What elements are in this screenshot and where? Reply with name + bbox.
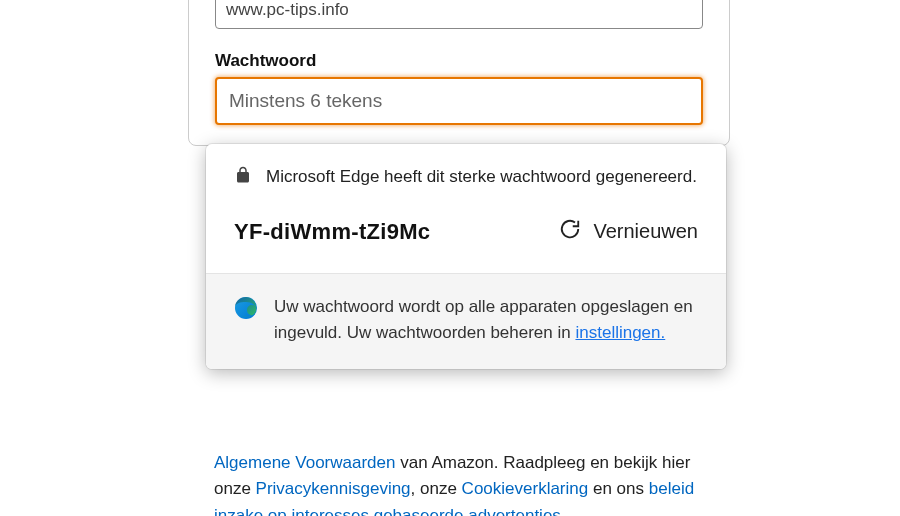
settings-link[interactable]: instellingen. xyxy=(575,323,665,342)
refresh-icon xyxy=(559,218,581,245)
lock-icon xyxy=(234,166,252,188)
signup-form: Wachtwoord xyxy=(188,0,730,146)
popup-password-row: YF-diWmm-tZi9Mc Vernieuwen xyxy=(234,218,698,245)
edge-icon xyxy=(234,294,258,347)
refresh-label: Vernieuwen xyxy=(593,220,698,243)
legal-text-3: en ons xyxy=(588,479,649,498)
refresh-button[interactable]: Vernieuwen xyxy=(559,218,698,245)
popup-sync-text: Uw wachtwoord wordt op alle apparaten op… xyxy=(274,294,698,347)
terms-link[interactable]: Algemene Voorwaarden xyxy=(214,453,395,472)
password-suggestion-popup: Microsoft Edge heeft dit sterke wachtwoo… xyxy=(206,144,726,369)
cookie-link[interactable]: Cookieverklaring xyxy=(462,479,589,498)
popup-header-text: Microsoft Edge heeft dit sterke wachtwoo… xyxy=(266,167,697,187)
password-input[interactable] xyxy=(215,77,703,125)
popup-top-section: Microsoft Edge heeft dit sterke wachtwoo… xyxy=(206,144,726,273)
url-input[interactable] xyxy=(215,0,703,29)
popup-bottom-section: Uw wachtwoord wordt op alle apparaten op… xyxy=(206,273,726,369)
privacy-link[interactable]: Privacykennisgeving xyxy=(256,479,411,498)
generated-password[interactable]: YF-diWmm-tZi9Mc xyxy=(234,219,430,245)
legal-text: Algemene Voorwaarden van Amazon. Raadple… xyxy=(214,450,714,516)
popup-header: Microsoft Edge heeft dit sterke wachtwoo… xyxy=(234,166,698,188)
legal-text-2: , onze xyxy=(411,479,462,498)
password-label: Wachtwoord xyxy=(215,51,703,71)
